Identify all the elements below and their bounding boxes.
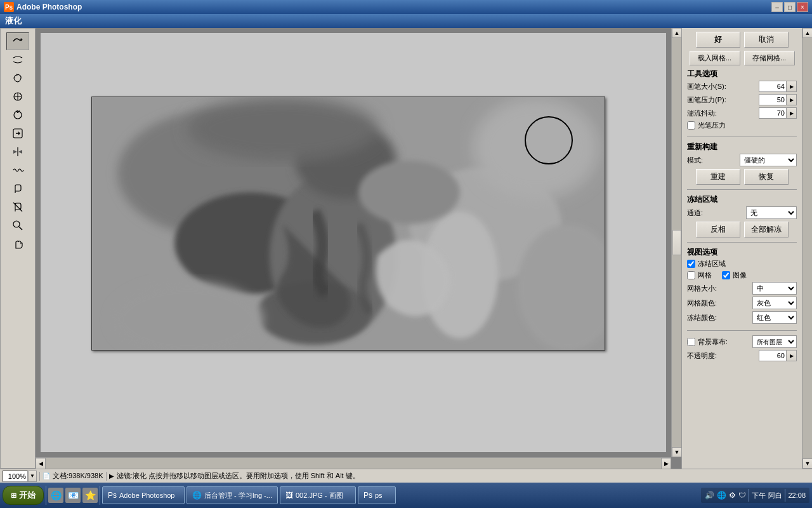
- twirl-tool[interactable]: [6, 69, 29, 87]
- thaw-all-button[interactable]: 全部解冻: [744, 222, 789, 237]
- stylus-row: 光笔压力: [687, 121, 797, 130]
- right-outer-scrollbar[interactable]: ▲ ▼: [802, 28, 812, 469]
- taskbar-app-ps[interactable]: Ps ps: [358, 486, 396, 504]
- view-options-section: 视图选项 冻结区域 网格 图像: [687, 247, 797, 326]
- zoom-input[interactable]: [3, 471, 28, 482]
- start-button[interactable]: ⊞ 开始: [3, 486, 44, 505]
- taskbar-app-photoshop[interactable]: Ps Adobe Photoshop: [102, 486, 185, 504]
- channel-select[interactable]: 无: [746, 206, 797, 219]
- forward-warp-tool[interactable]: [6, 32, 29, 50]
- scroll-track-top: [672, 38, 681, 230]
- turbulence-input[interactable]: [759, 107, 787, 119]
- ok-button[interactable]: 好: [696, 32, 740, 48]
- scroll-up-button[interactable]: ▲: [672, 28, 681, 38]
- image-frame: [91, 97, 605, 351]
- mesh-color-select[interactable]: 灰色: [752, 297, 797, 309]
- cancel-button[interactable]: 取消: [744, 32, 789, 48]
- maximize-button[interactable]: □: [784, 2, 796, 12]
- mode-select[interactable]: 僵硬的: [740, 154, 797, 166]
- image-content: [92, 97, 605, 350]
- mesh-image-row: 网格 图像: [687, 271, 797, 282]
- system-tray: 🔊 🌐 ⚙ 🛡 下午 阿白 22:08: [701, 488, 809, 503]
- taskbar-app-photoshop-label: Adobe Photoshop: [119, 491, 174, 499]
- bloat-tool[interactable]: [6, 106, 29, 124]
- brush-size-input-group: ▶: [759, 81, 797, 92]
- zoom-dropdown-btn[interactable]: ▼: [28, 471, 37, 482]
- scroll-right-button[interactable]: ▶: [661, 458, 671, 469]
- taskbar-divider-1: [46, 486, 46, 505]
- taskbar-app-paint[interactable]: 🖼 002.JPG - 画图: [280, 486, 356, 504]
- hand-tool[interactable]: [6, 235, 29, 253]
- window-controls: – □ ×: [771, 2, 808, 12]
- opacity-spinner[interactable]: ▶: [787, 350, 797, 361]
- reconstruct-tool[interactable]: [6, 51, 29, 69]
- horizontal-scrollbar[interactable]: ◀ ▶: [36, 457, 671, 469]
- brush-pressure-spinner[interactable]: ▶: [787, 94, 797, 105]
- image-checkbox-row: 图像: [722, 271, 747, 280]
- mesh-label: 网格: [698, 271, 712, 280]
- scroll-h-track: [46, 458, 661, 469]
- taskbar-divider-2: [100, 486, 100, 505]
- opacity-input-group: ▶: [759, 350, 797, 361]
- scroll-down-button[interactable]: ▼: [672, 447, 681, 457]
- freeze-mask-tool[interactable]: [6, 180, 29, 197]
- right-scroll-up[interactable]: ▲: [802, 28, 812, 38]
- image-checkbox[interactable]: [722, 271, 730, 279]
- backdrop-checkbox[interactable]: [687, 338, 695, 346]
- minimize-button[interactable]: –: [771, 2, 783, 12]
- mesh-color-label: 网格颜色:: [687, 298, 752, 308]
- vertical-scrollbar[interactable]: ▲ ▼: [671, 28, 681, 457]
- close-button[interactable]: ×: [797, 2, 808, 12]
- pucker-tool[interactable]: [6, 88, 29, 105]
- tray-divider-2: [785, 489, 785, 502]
- tray-divider: [749, 489, 749, 502]
- taskbar-app-ps-label: ps: [375, 491, 383, 499]
- quick-launch-2[interactable]: 📧: [65, 488, 81, 503]
- invert-button[interactable]: 反相: [696, 222, 740, 237]
- dialog-title: 液化: [5, 15, 22, 27]
- image-label: 图像: [733, 271, 747, 280]
- mesh-size-select[interactable]: 中: [752, 282, 797, 295]
- load-mesh-button[interactable]: 载入网格...: [690, 51, 740, 65]
- freeze-color-select[interactable]: 红色: [752, 311, 797, 324]
- scroll-left-button[interactable]: ◀: [36, 458, 46, 469]
- opacity-input[interactable]: [759, 350, 787, 361]
- action-buttons: 好 取消: [687, 32, 797, 48]
- right-scroll-down[interactable]: ▼: [802, 458, 812, 469]
- freeze-areas-checkbox[interactable]: [687, 260, 695, 268]
- push-left-tool[interactable]: [6, 124, 29, 142]
- backdrop-layers-select[interactable]: 所有图层: [752, 335, 797, 348]
- divider-3: [687, 242, 797, 243]
- zoom-tool[interactable]: [6, 217, 29, 234]
- scroll-track-bottom: [672, 255, 681, 447]
- brush-size-spinner[interactable]: ▶: [787, 81, 797, 92]
- mesh-checkbox[interactable]: [687, 271, 695, 279]
- freeze-color-label: 冻结颜色:: [687, 313, 752, 323]
- turbulence-tool[interactable]: [6, 161, 29, 179]
- dialog-title-bar: 液化: [0, 14, 812, 28]
- turbulence-spinner[interactable]: ▶: [787, 107, 797, 119]
- view-options-label: 视图选项: [687, 247, 797, 258]
- save-mesh-button[interactable]: 存储网格...: [744, 51, 795, 65]
- taskbar-app-browser-label: 后台管理 - 学习Ing -...: [204, 491, 272, 500]
- scroll-thumb[interactable]: [672, 230, 681, 255]
- tool-options-label: 工具选项: [687, 69, 797, 79]
- quick-launch-1[interactable]: 🌐: [48, 488, 63, 503]
- svg-marker-4: [18, 131, 20, 135]
- mirror-tool[interactable]: [6, 143, 29, 161]
- brush-pressure-input[interactable]: [759, 94, 787, 105]
- quick-launch-3[interactable]: ⭐: [82, 488, 98, 503]
- app-title: Adobe Photoshop: [16, 3, 82, 11]
- channel-label: 通道:: [687, 208, 746, 218]
- stylus-checkbox[interactable]: [687, 121, 695, 130]
- canvas-area[interactable]: ▲ ▼ ◀ ▶: [36, 28, 681, 469]
- brush-size-input[interactable]: [759, 81, 787, 92]
- thaw-mask-tool[interactable]: [6, 198, 29, 216]
- svg-line-7: [19, 227, 22, 230]
- rebuild-button[interactable]: 重建: [696, 169, 740, 185]
- taskbar-app-browser[interactable]: 🌐 后台管理 - 学习Ing -...: [187, 486, 278, 504]
- restore-button[interactable]: 恢复: [744, 169, 789, 185]
- freeze-label: 冻结区域: [687, 194, 797, 205]
- taskbar: ⊞ 开始 🌐 📧 ⭐ Ps Adobe Photoshop 🌐 后台管理 - 学…: [0, 483, 812, 508]
- left-toolbar: [0, 28, 36, 469]
